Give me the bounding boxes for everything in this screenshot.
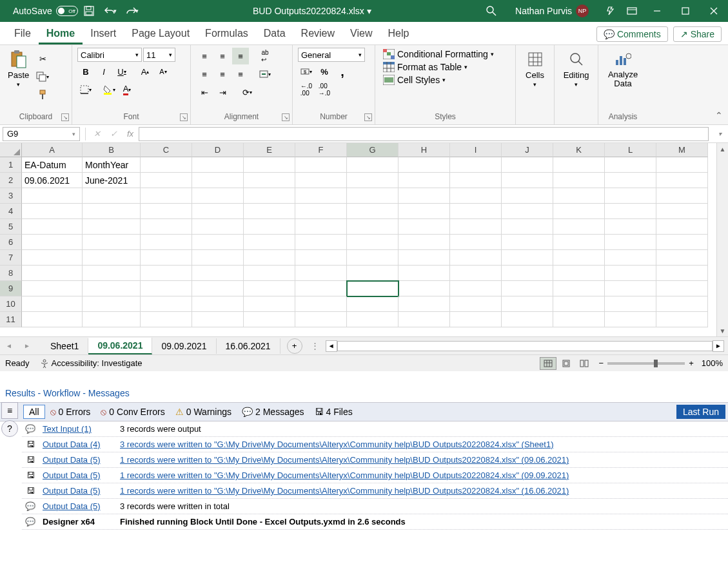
cell-C2[interactable] xyxy=(141,173,192,188)
cell-F6[interactable] xyxy=(295,235,347,250)
cell-A2[interactable]: 09.06.2021 xyxy=(22,173,83,188)
paste-button[interactable]: Paste ▾ xyxy=(5,48,32,103)
column-header-K[interactable]: K xyxy=(553,143,605,157)
add-sheet-button[interactable]: + xyxy=(287,338,302,354)
comments-button[interactable]: 💬Comments xyxy=(596,26,668,42)
format-as-table-button[interactable]: Format as Table▾ xyxy=(380,61,510,73)
tool-link[interactable]: Output Data (5) xyxy=(39,486,116,496)
cell-A3[interactable] xyxy=(22,188,83,204)
tab-view[interactable]: View xyxy=(342,23,380,44)
tab-insert[interactable]: Insert xyxy=(83,23,124,44)
cancel-formula-icon[interactable]: ✕ xyxy=(88,127,105,141)
sheet-tab-4[interactable]: 16.06.2021 xyxy=(217,338,280,354)
row-header-9[interactable]: 9 xyxy=(0,281,22,296)
cell-B9[interactable] xyxy=(83,281,141,296)
clipboard-dialog-launcher[interactable]: ↘ xyxy=(61,113,69,121)
cell-B4[interactable] xyxy=(83,204,141,219)
scroll-up-icon[interactable]: ▲ xyxy=(717,143,728,155)
cell-F1[interactable] xyxy=(295,157,347,173)
column-header-E[interactable]: E xyxy=(244,143,295,157)
cell-K3[interactable] xyxy=(553,188,605,204)
cell-H8[interactable] xyxy=(398,266,450,281)
scroll-left-icon[interactable]: ◄ xyxy=(326,340,337,352)
row-header-1[interactable]: 1 xyxy=(0,157,22,173)
cell-F5[interactable] xyxy=(295,219,347,235)
font-dialog-launcher[interactable]: ↘ xyxy=(180,113,188,121)
cell-L9[interactable] xyxy=(605,281,656,296)
zoom-in-button[interactable]: + xyxy=(689,358,694,368)
cell-C5[interactable] xyxy=(141,219,192,235)
column-header-A[interactable]: A xyxy=(22,143,83,157)
cell-K1[interactable] xyxy=(553,157,605,173)
cell-I2[interactable] xyxy=(450,173,502,188)
tab-formulas[interactable]: Formulas xyxy=(197,23,256,44)
cell-J10[interactable] xyxy=(502,296,553,312)
vertical-scrollbar[interactable]: ▲ ▼ xyxy=(716,143,728,336)
cell-A8[interactable] xyxy=(22,266,83,281)
row-header-11[interactable]: 11 xyxy=(0,312,22,327)
cell-J2[interactable] xyxy=(502,173,553,188)
cell-H11[interactable] xyxy=(398,312,450,327)
column-header-J[interactable]: J xyxy=(502,143,553,157)
cell-L7[interactable] xyxy=(605,250,656,266)
autosave[interactable]: AutoSave Off xyxy=(13,6,78,16)
maximize-button[interactable] xyxy=(671,0,700,22)
cell-K9[interactable] xyxy=(553,281,605,296)
column-header-F[interactable]: F xyxy=(295,143,347,157)
cell-A6[interactable] xyxy=(22,235,83,250)
increase-font-icon[interactable]: A▴ xyxy=(137,63,153,80)
cell-J4[interactable] xyxy=(502,204,553,219)
prev-sheet-icon[interactable]: ◄ xyxy=(3,340,15,353)
cell-H7[interactable] xyxy=(398,250,450,266)
cell-K6[interactable] xyxy=(553,235,605,250)
font-size-select[interactable]: 11▾ xyxy=(143,48,175,62)
cell-D11[interactable] xyxy=(192,312,244,327)
collapse-ribbon-icon[interactable]: ⌃ xyxy=(715,110,723,121)
cell-H3[interactable] xyxy=(398,188,450,204)
cell-J9[interactable] xyxy=(502,281,553,296)
orientation-icon[interactable]: ⟳▾ xyxy=(239,84,255,101)
minimize-button[interactable] xyxy=(643,0,671,22)
cell-I10[interactable] xyxy=(450,296,502,312)
search-icon[interactable] xyxy=(480,0,502,22)
cell-styles-button[interactable]: Cell Styles▾ xyxy=(380,73,510,86)
cell-L3[interactable] xyxy=(605,188,656,204)
sheet-tab-sheet1[interactable]: Sheet1 xyxy=(41,338,88,354)
cell-M8[interactable] xyxy=(656,266,708,281)
mode-icon[interactable] xyxy=(621,0,643,22)
font-name-select[interactable]: Calibri▾ xyxy=(77,48,142,62)
cell-H5[interactable] xyxy=(398,219,450,235)
align-middle-icon[interactable]: ≡ xyxy=(214,48,231,64)
cell-H2[interactable] xyxy=(398,173,450,188)
row-header-4[interactable]: 4 xyxy=(0,204,22,219)
message-text[interactable]: 1 records were written to "G:\My Drive\M… xyxy=(116,486,728,496)
cell-B6[interactable] xyxy=(83,235,141,250)
cell-G11[interactable] xyxy=(347,312,398,327)
formula-input[interactable] xyxy=(139,127,709,141)
cell-G10[interactable] xyxy=(347,296,398,312)
cell-I4[interactable] xyxy=(450,204,502,219)
cell-K11[interactable] xyxy=(553,312,605,327)
cell-F3[interactable] xyxy=(295,188,347,204)
zoom-slider[interactable] xyxy=(607,362,685,365)
cell-E2[interactable] xyxy=(244,173,295,188)
cell-J7[interactable] xyxy=(502,250,553,266)
zoom-out-button[interactable]: − xyxy=(599,358,604,368)
coming-soon-icon[interactable] xyxy=(599,0,621,22)
cell-K5[interactable] xyxy=(553,219,605,235)
tool-link[interactable]: Output Data (5) xyxy=(39,470,116,480)
row-header-10[interactable]: 10 xyxy=(0,296,22,312)
cell-E3[interactable] xyxy=(244,188,295,204)
tab-pagelayout[interactable]: Page Layout xyxy=(124,23,197,44)
cell-G7[interactable] xyxy=(347,250,398,266)
column-header-L[interactable]: L xyxy=(605,143,656,157)
undo-icon[interactable]: ▾ xyxy=(100,0,122,22)
filter-warnings[interactable]: ⚠0 Warnings xyxy=(170,405,237,418)
tool-link[interactable]: Text Input (1) xyxy=(39,424,116,434)
align-left-icon[interactable]: ≡ xyxy=(196,66,213,82)
cell-K7[interactable] xyxy=(553,250,605,266)
cell-J5[interactable] xyxy=(502,219,553,235)
message-text[interactable]: 3 records were written to "G:\My Drive\M… xyxy=(116,440,728,449)
results-help-icon[interactable]: ? xyxy=(1,420,18,437)
cell-L8[interactable] xyxy=(605,266,656,281)
